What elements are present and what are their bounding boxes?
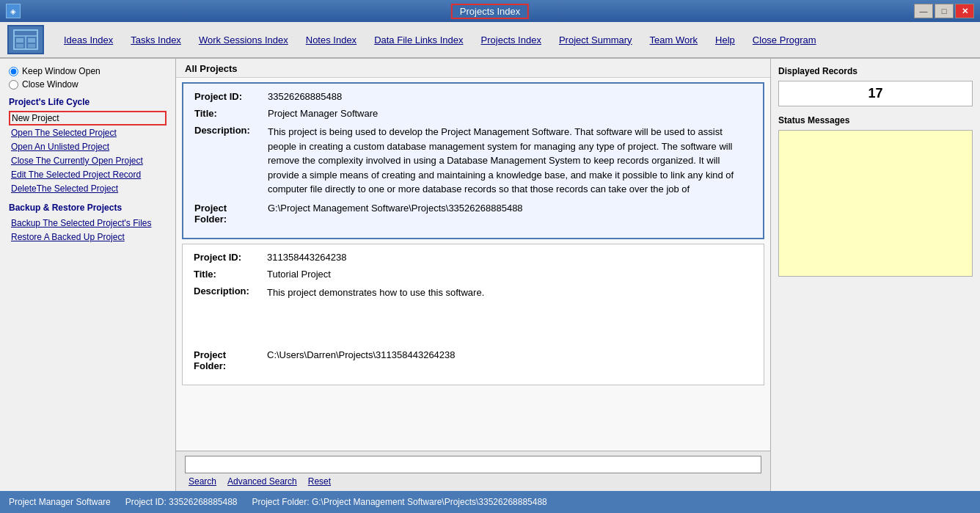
close-window-label: Close Window <box>22 79 78 90</box>
window-title: Projects Index <box>451 4 529 19</box>
sidebar-backup-files[interactable]: Backup The Selected Project's Files <box>9 217 167 230</box>
project-desc-value: This project is being used to develop th… <box>268 125 752 197</box>
project-desc-label: Description: <box>194 125 268 197</box>
app-logo <box>7 25 44 54</box>
project-title-value: Project Manager Software <box>268 108 752 119</box>
project-title-label: Title: <box>194 269 267 280</box>
sidebar-restore-project[interactable]: Restore A Backed Up Project <box>9 230 167 244</box>
main-area: Keep Window Open Close Window Project's … <box>0 59 980 491</box>
right-panel: Displayed Records 17 Status Messages <box>771 59 980 491</box>
search-bar: Search Advanced Search Reset <box>176 451 770 491</box>
close-button[interactable]: ✕ <box>955 4 974 18</box>
menu-data-file-links-index[interactable]: Data File Links Index <box>365 32 472 48</box>
project-title-field: Title: Tutorial Project <box>194 269 753 280</box>
backup-section-title: Backup & Restore Projects <box>9 203 167 213</box>
project-folder-field: ProjectFolder: C:\Users\Darren\Projects\… <box>194 349 753 371</box>
sidebar-edit-selected[interactable]: Edit The Selected Project Record <box>9 168 167 181</box>
project-id-label: Project ID: <box>194 252 267 263</box>
project-folder-label: ProjectFolder: <box>194 203 268 225</box>
svg-rect-3 <box>16 38 23 43</box>
displayed-records-title: Displayed Records <box>778 66 973 76</box>
status-project-id: Project ID: 33526268885488 <box>125 497 238 507</box>
project-folder-label: ProjectFolder: <box>194 349 267 371</box>
sidebar-open-unlisted[interactable]: Open An Unlisted Project <box>9 140 167 153</box>
window-behavior-group: Keep Window Open Close Window <box>9 66 167 90</box>
search-links: Search Advanced Search Reset <box>185 476 761 487</box>
project-folder-field: ProjectFolder: G:\Project Management Sof… <box>194 203 752 225</box>
project-description-field: Description: This project demonstrates h… <box>194 285 753 300</box>
keep-window-open-radio[interactable] <box>9 67 18 76</box>
project-title-field: Title: Project Manager Software <box>194 108 752 119</box>
projects-list[interactable]: Project ID: 33526268885488 Title: Projec… <box>176 78 770 451</box>
sidebar: Keep Window Open Close Window Project's … <box>0 59 176 491</box>
title-bar: ◈ Projects Index — □ ✕ <box>0 0 980 22</box>
menu-tasks-index[interactable]: Tasks Index <box>122 32 190 48</box>
menu-notes-index[interactable]: Notes Index <box>297 32 365 48</box>
project-id-label: Project ID: <box>194 91 268 102</box>
sidebar-delete-selected[interactable]: DeleteThe Selected Project <box>9 182 167 195</box>
menu-help[interactable]: Help <box>706 32 744 48</box>
search-input[interactable] <box>185 456 761 473</box>
project-desc-label: Description: <box>194 285 267 300</box>
menu-team-work[interactable]: Team Work <box>641 32 707 48</box>
search-link[interactable]: Search <box>189 476 216 487</box>
window-controls: — □ ✕ <box>914 4 974 18</box>
project-desc-value: This project demonstrates how to use thi… <box>267 285 753 300</box>
projects-header: All Projects <box>176 59 770 78</box>
svg-rect-5 <box>16 44 23 48</box>
keep-window-open-label: Keep Window Open <box>22 66 100 76</box>
project-card[interactable]: Project ID: 33526268885488 Title: Projec… <box>182 82 764 239</box>
svg-rect-6 <box>28 44 35 48</box>
status-project-folder: Project Folder: G:\Project Management So… <box>252 497 547 507</box>
menu-close-program[interactable]: Close Program <box>744 32 825 48</box>
keep-window-open-option: Keep Window Open <box>9 66 167 76</box>
menu-work-sessions-index[interactable]: Work Sessions Index <box>190 32 297 48</box>
project-card[interactable]: Project ID: 311358443264238 Title: Tutor… <box>182 244 764 386</box>
sidebar-new-project[interactable]: New Project <box>9 111 167 125</box>
projects-area: All Projects Project ID: 33526268885488 … <box>176 59 771 491</box>
window-icon: ◈ <box>6 4 21 18</box>
advanced-search-link[interactable]: Advanced Search <box>227 476 297 487</box>
close-window-radio[interactable] <box>9 80 18 90</box>
sidebar-open-selected[interactable]: Open The Selected Project <box>9 126 167 139</box>
status-messages-title: Status Messages <box>778 115 973 125</box>
main-navigation: Ideas Index Tasks Index Work Sessions In… <box>55 32 825 48</box>
project-id-value: 33526268885488 <box>268 91 752 102</box>
project-id-field: Project ID: 33526268885488 <box>194 91 752 102</box>
displayed-records-count: 17 <box>778 81 973 106</box>
project-description-field: Description: This project is being used … <box>194 125 752 197</box>
minimize-button[interactable]: — <box>914 4 933 18</box>
maximize-button[interactable]: □ <box>935 4 954 18</box>
status-bar: Project Manager Software Project ID: 335… <box>0 491 980 513</box>
menu-ideas-index[interactable]: Ideas Index <box>55 32 122 48</box>
project-title-label: Title: <box>194 108 268 119</box>
lifecycle-section-title: Project's Life Cycle <box>9 97 167 107</box>
project-folder-value: C:\Users\Darren\Projects\311358443264238 <box>267 349 753 371</box>
reset-link[interactable]: Reset <box>308 476 331 487</box>
project-folder-value: G:\Project Management Software\Projects\… <box>268 203 752 225</box>
menu-bar: Ideas Index Tasks Index Work Sessions In… <box>0 22 980 59</box>
project-id-field: Project ID: 311358443264238 <box>194 252 753 263</box>
project-title-value: Tutorial Project <box>267 269 753 280</box>
project-id-value: 311358443264238 <box>267 252 753 263</box>
status-project-name: Project Manager Software <box>9 497 111 507</box>
menu-project-summary[interactable]: Project Summary <box>550 32 641 48</box>
menu-projects-index[interactable]: Projects Index <box>472 32 550 48</box>
svg-rect-4 <box>28 38 35 43</box>
sidebar-close-current[interactable]: Close The Currently Open Project <box>9 154 167 167</box>
status-messages-box <box>778 130 973 277</box>
close-window-option: Close Window <box>9 79 167 90</box>
